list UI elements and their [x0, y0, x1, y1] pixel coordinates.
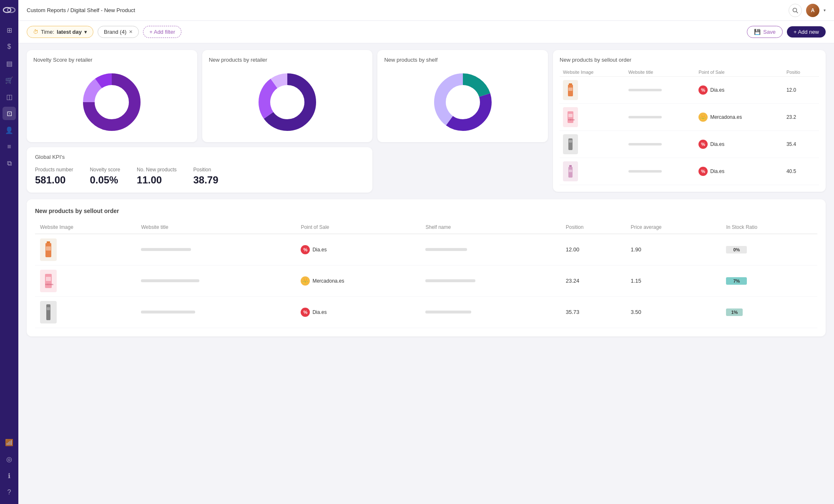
kpi-products-number-label: Products number	[35, 167, 73, 173]
retailer-icon: %	[301, 245, 310, 254]
svg-rect-15	[568, 88, 573, 91]
signal-icon[interactable]: 📶	[3, 436, 16, 449]
col-website-title: Website title	[136, 221, 296, 234]
retailer-name: Dia.es	[312, 247, 327, 253]
brand-filter[interactable]: Brand (4) ✕	[98, 26, 139, 38]
sellout-top-card: New products by sellout order Website Im…	[553, 50, 826, 192]
product-image: intimos	[563, 107, 578, 127]
top-row: Novelty Score by retailer	[27, 50, 826, 193]
kpi-new-products: No. New products 11.00	[137, 167, 176, 186]
price-avg-cell: 1.15	[626, 265, 721, 296]
retailer-name: Mercadona.es	[312, 278, 344, 284]
svg-line-3	[796, 11, 798, 13]
save-button[interactable]: 💾 Save	[747, 26, 783, 38]
product-image-cell	[560, 131, 625, 158]
product-image	[563, 80, 578, 100]
grid-icon[interactable]: ⊡	[3, 107, 16, 120]
in-stock-bar: 0%	[726, 246, 747, 253]
product-image-cell	[35, 234, 136, 266]
time-filter-value: latest day	[57, 29, 82, 35]
title-cell	[625, 104, 696, 131]
product-image	[563, 134, 578, 154]
position-cell: 12.00	[561, 234, 626, 266]
retailer-icon-dia: %	[698, 140, 708, 149]
col-website-title: Website title	[625, 68, 696, 77]
time-filter[interactable]: ⏱ Time: latest day ▾	[27, 26, 93, 38]
position-cell: 12.0	[783, 77, 819, 104]
avatar[interactable]: A	[806, 4, 819, 17]
shelf-icon[interactable]: ◫	[3, 90, 16, 103]
kpi-new-products-label: No. New products	[137, 167, 176, 173]
svg-rect-20	[569, 140, 572, 143]
app-logo[interactable]	[3, 5, 15, 15]
chart-bar-icon[interactable]: ▤	[3, 57, 16, 70]
product-image	[563, 161, 578, 181]
retailer-cell: 👑 Mercadona.es	[296, 265, 420, 296]
novelty-score-chart	[33, 69, 191, 135]
dollar-icon[interactable]: $	[3, 40, 16, 53]
retailer-cell: % Dia.es	[695, 131, 783, 158]
avatar-chevron-icon[interactable]: ▾	[824, 8, 826, 13]
position-cell: 23.24	[561, 265, 626, 296]
info-icon[interactable]: ℹ	[3, 469, 16, 482]
retailer-badge: % Dia.es	[301, 308, 415, 317]
clock-icon: ⏱	[33, 29, 38, 35]
time-filter-label: Time:	[41, 29, 54, 35]
retailer-name: Mercadona.es	[710, 114, 742, 120]
kpi-products-number-value: 581.00	[35, 174, 73, 186]
title-cell	[136, 296, 296, 328]
svg-rect-17	[568, 114, 573, 117]
topbar: Custom Reports / Digital Shelf - New Pro…	[18, 0, 834, 21]
title-cell	[625, 77, 696, 104]
retailer-cell: % Dia.es	[695, 77, 783, 104]
product-image	[40, 238, 57, 261]
content-area: Novelty Score by retailer	[18, 43, 834, 504]
add-new-button[interactable]: + Add new	[787, 26, 826, 38]
kpi-card: Global KPI's Products number 581.00 Nove…	[27, 147, 372, 193]
retailer-icon-mercadona: 👑	[698, 113, 708, 122]
puzzle-icon[interactable]: ⧉	[3, 157, 16, 170]
retailer-cell: 👑 Mercadona.es	[695, 104, 783, 131]
add-filter-button[interactable]: + Add filter	[143, 26, 181, 38]
col-website-image: Website Image	[35, 221, 136, 234]
product-image: intimos	[40, 270, 57, 292]
table-row: % Dia.es 12.00 1.90 0%	[35, 234, 817, 266]
price-avg-cell: 3.50	[626, 296, 721, 328]
in-stock-cell: 0%	[721, 234, 817, 266]
svg-rect-28	[46, 277, 51, 281]
search-button[interactable]	[789, 4, 802, 17]
retailer-icon-dia: %	[698, 85, 708, 95]
price-avg-cell: 1.90	[626, 234, 721, 266]
retailer-name: Dia.es	[710, 168, 724, 174]
product-image-cell	[560, 158, 625, 185]
in-stock-bar: 7%	[726, 277, 747, 285]
retailer-badge: 👑 Mercadona.es	[698, 113, 780, 122]
position-cell: 35.73	[561, 296, 626, 328]
product-image-cell: intimos	[560, 104, 625, 131]
new-products-retailer-card: New products by retailer	[202, 50, 373, 142]
table-row: % Dia.es 40.5	[560, 158, 819, 185]
brand-filter-remove-icon[interactable]: ✕	[129, 29, 133, 35]
kpi-row: Products number 581.00 Novelty score 0.0…	[35, 167, 364, 186]
in-stock-cell: 7%	[721, 265, 817, 296]
retailer-name: Dia.es	[710, 87, 724, 93]
retailer-badge: % Dia.es	[698, 167, 780, 176]
list-icon[interactable]: ≡	[3, 140, 16, 153]
shelf-name-cell	[420, 296, 560, 328]
add-filter-label: + Add filter	[149, 29, 175, 35]
retailer-cell: % Dia.es	[296, 296, 420, 328]
svg-rect-31	[47, 307, 50, 310]
new-products-retailer-chart	[209, 69, 366, 135]
col-point-of-sale: Point of Sale	[695, 68, 783, 77]
people-icon[interactable]: 👤	[3, 123, 16, 137]
retailer-cell: % Dia.es	[695, 158, 783, 185]
help-icon[interactable]: ?	[3, 486, 16, 499]
home-icon[interactable]: ⊞	[3, 23, 16, 37]
svg-rect-13	[569, 83, 572, 85]
broadcast-icon[interactable]: ◎	[3, 452, 16, 466]
col-shelf-name: Shelf name	[420, 221, 560, 234]
kpi-position-label: Position	[193, 167, 218, 173]
retailer-icon: %	[301, 308, 310, 317]
cart-icon[interactable]: 🛒	[3, 73, 16, 87]
kpi-title: Global KPI's	[35, 154, 364, 160]
